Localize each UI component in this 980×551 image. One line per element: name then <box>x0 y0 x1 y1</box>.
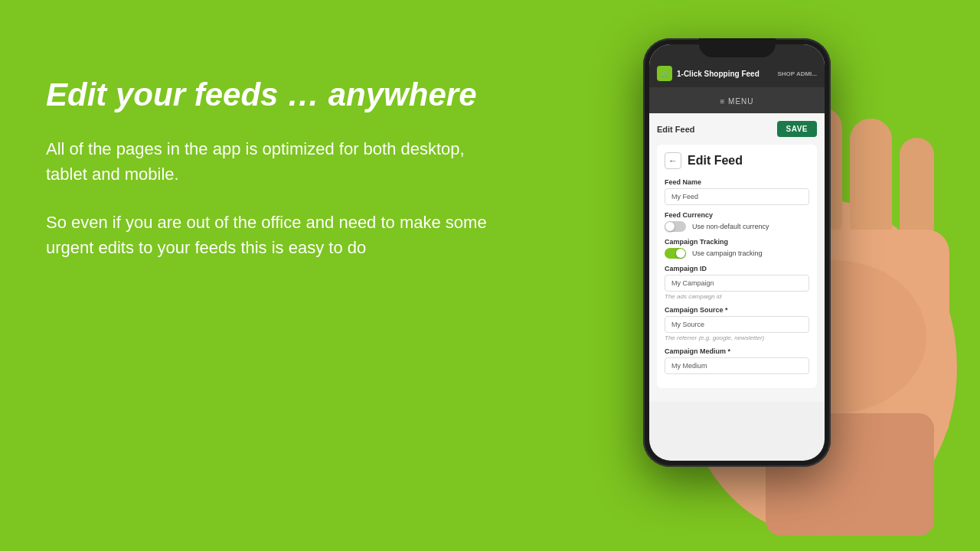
tracking-toggle-label: Use campaign tracking <box>692 249 763 257</box>
menu-bar[interactable]: ≡ MENU <box>649 87 825 113</box>
app-logo: 🛒 1-Click Shopping Feed <box>657 66 760 81</box>
campaign-id-hint: The ads campaign id <box>665 293 809 300</box>
currency-toggle-label: Use non-default currency <box>692 223 769 230</box>
phone-mockup: 🛒 1-Click Shopping Feed SHOP ADMI... ≡ M… <box>582 15 965 536</box>
field-group-campaign-id: Campaign ID The ads campaign id <box>665 265 809 300</box>
field-group-campaign-medium: Campaign Medium * <box>665 347 809 374</box>
campaign-source-label: Campaign Source * <box>665 306 809 314</box>
tracking-toggle[interactable] <box>665 248 686 259</box>
campaign-medium-input[interactable] <box>665 357 809 374</box>
field-group-tracking: Campaign Tracking Use campaign tracking <box>665 238 809 259</box>
menu-label: ≡ MENU <box>720 97 753 106</box>
app-logo-icon: 🛒 <box>657 66 672 81</box>
edit-feed-title: Edit Feed <box>688 154 743 168</box>
currency-toggle[interactable] <box>665 221 686 232</box>
campaign-source-hint: The referrer (e.g. google, newsletter) <box>665 334 809 341</box>
page-header-bar: Edit Feed SAVE <box>657 121 817 137</box>
page-breadcrumb: Edit Feed <box>657 125 695 134</box>
campaign-id-label: Campaign ID <box>665 265 809 272</box>
edit-feed-header: ← Edit Feed <box>665 152 809 169</box>
save-button[interactable]: SAVE <box>777 121 818 137</box>
page-content: Edit Feed SAVE ← Edit Feed Feed Name <box>649 113 825 402</box>
main-headline: Edit your feeds … anywhere <box>46 77 490 113</box>
field-group-currency: Feed Currency Use non-default currency <box>665 211 809 232</box>
campaign-id-input[interactable] <box>665 275 809 292</box>
campaign-tracking-label: Campaign Tracking <box>665 238 809 246</box>
svg-rect-5 <box>900 138 934 245</box>
feed-name-label: Feed Name <box>665 178 809 186</box>
tracking-toggle-row: Use campaign tracking <box>665 248 809 259</box>
paragraph-2: So even if you are out of the office and… <box>46 210 490 260</box>
feed-name-input[interactable] <box>665 188 809 205</box>
paragraph-1: All of the pages in the app is optimized… <box>46 136 490 187</box>
svg-rect-4 <box>850 119 892 245</box>
shop-admin-label: SHOP ADMI... <box>777 70 817 77</box>
campaign-medium-label: Campaign Medium * <box>665 347 809 355</box>
edit-feed-section: ← Edit Feed Feed Name Feed Currency Use … <box>657 145 817 388</box>
back-button[interactable]: ← <box>665 152 681 169</box>
app-name: 1-Click Shopping Feed <box>677 70 760 78</box>
svg-text:🛒: 🛒 <box>662 70 669 77</box>
field-group-campaign-source: Campaign Source * The referrer (e.g. goo… <box>665 306 809 341</box>
phone-frame: 🛒 1-Click Shopping Feed SHOP ADMI... ≡ M… <box>643 38 831 467</box>
field-group-feed-name: Feed Name <box>665 178 809 205</box>
currency-toggle-row: Use non-default currency <box>665 221 809 232</box>
phone-screen: 🛒 1-Click Shopping Feed SHOP ADMI... ≡ M… <box>649 44 825 461</box>
phone-notch <box>699 38 776 57</box>
feed-currency-label: Feed Currency <box>665 211 809 219</box>
campaign-source-input[interactable] <box>665 316 809 333</box>
